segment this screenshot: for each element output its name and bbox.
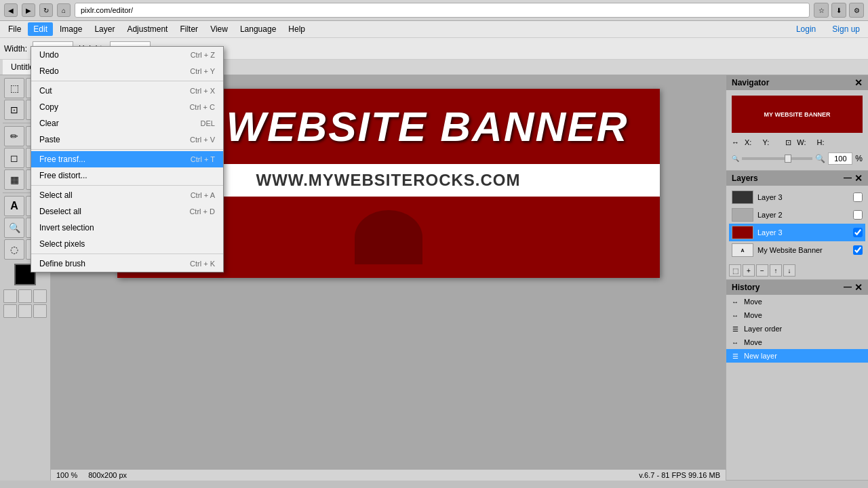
version-info: v.6.7 - 81 FPS 99.16 MB [639,471,720,479]
back-button[interactable]: ◀ [4,3,18,17]
copy-label: Copy [39,102,58,112]
refresh-button[interactable]: ↻ [39,3,53,17]
menu-select-all[interactable]: Select all Ctrl + A [31,187,223,203]
bookmark-button[interactable]: ☆ [814,3,829,18]
select-tool[interactable]: ⬚ [4,78,24,98]
crop-tool[interactable]: ⊡ [4,100,24,120]
menu-define-brush[interactable]: Define brush Ctrl + K [31,256,223,272]
extra-btn-3[interactable] [33,289,47,303]
layer-visibility-3-active[interactable] [853,228,863,237]
layer-item-layer2[interactable]: Layer 2 [729,206,865,224]
login-link[interactable]: Login [791,22,821,36]
history-label-layer-order: Layer order [744,325,782,333]
layer-action-4[interactable]: ↑ [770,264,782,277]
menu-cut[interactable]: Cut Ctrl + X [31,83,223,99]
layer-action-3[interactable]: − [756,264,768,277]
layers-minimize-button[interactable]: — [844,173,852,184]
menu-invert-selection[interactable]: Invert selection [31,220,223,236]
menu-file[interactable]: File [3,22,26,36]
browser-chrome: ◀ ▶ ↻ ⌂ pixlr.com/editor/ ☆ ⬇ ⚙ [0,0,868,21]
extra-btn-6[interactable] [33,304,47,318]
free-distort-label: Free distort... [39,171,87,180]
menu-copy[interactable]: Copy Ctrl + C [31,99,223,115]
text-tool[interactable]: A [4,196,24,216]
menu-view[interactable]: View [205,22,233,36]
auth-links: Login Sign up [791,22,865,36]
eraser-tool[interactable]: ◻ [4,148,24,168]
history-move-icon-3: ↔ [730,338,740,347]
layer-visibility-banner[interactable] [853,245,863,255]
pencil-tool[interactable]: ✏ [4,126,24,146]
menu-redo[interactable]: Redo Ctrl + Y [31,63,223,79]
menu-filter[interactable]: Filter [174,22,203,36]
extra-btn-5[interactable] [18,304,32,318]
extra-btn-2[interactable] [18,289,32,303]
menu-layer[interactable]: Layer [89,22,120,36]
history-item-layer-order[interactable]: ☰ Layer order [726,322,868,336]
tool-extras [3,289,47,318]
separator-4 [31,253,223,254]
menu-paste[interactable]: Paste Ctrl + V [31,131,223,148]
menu-free-distort[interactable]: Free distort... [31,167,223,184]
define-brush-shortcut: Ctrl + K [190,260,215,268]
forward-button[interactable]: ▶ [22,3,35,17]
history-label-new-layer: New layer [744,352,777,360]
extra-btn-1[interactable] [3,289,17,303]
history-layer-order-icon: ☰ [730,324,740,333]
menu-language[interactable]: Language [235,22,281,36]
layer-visibility-3[interactable] [853,192,863,202]
history-title: History [732,283,760,292]
layer-name-banner: My Website Banner [757,246,849,254]
redo-shortcut: Ctrl + Y [190,67,215,75]
home-button[interactable]: ⌂ [57,3,71,17]
blur-tool[interactable]: ◌ [4,239,24,260]
zoom-thumb[interactable] [785,155,791,163]
extra-btn-4[interactable] [3,304,17,318]
history-header: History — ✕ [726,280,868,295]
menu-help[interactable]: Help [283,22,311,36]
history-item-move2[interactable]: ↔ Move [726,308,868,322]
edit-dropdown-menu: Undo Ctrl + Z Redo Ctrl + Y Cut Ctrl + X… [31,46,224,272]
cut-shortcut: Ctrl + X [190,87,215,95]
layer-thumb-banner: A [732,243,753,257]
separator-2 [31,149,223,150]
history-item-move3[interactable]: ↔ Move [726,336,868,349]
layer-action-5[interactable]: ↓ [783,264,795,277]
paste-shortcut: Ctrl + V [190,136,215,144]
menu-deselect-all[interactable]: Deselect all Ctrl + D [31,203,223,220]
layer-item-banner[interactable]: A My Website Banner [729,241,865,259]
zoom-slider[interactable] [742,157,812,160]
history-close-button[interactable]: ✕ [854,282,863,293]
extensions-button[interactable]: ⚙ [849,3,864,18]
history-item-new-layer[interactable]: ☰ New layer [726,349,868,363]
address-bar[interactable]: pixlr.com/editor/ [75,3,810,18]
history-minimize-button[interactable]: — [844,282,852,293]
menu-adjustment[interactable]: Adjustment [121,22,173,36]
history-panel: History — ✕ ↔ Move ↔ Move [726,280,868,481]
layer-name-2: Layer 2 [757,211,849,219]
navigator-zoom-bar: 🔍 🔍 % [729,150,865,167]
menu-edit[interactable]: Edit [28,22,53,36]
w-label: W: [797,138,806,147]
menu-free-transform[interactable]: Free transf... Ctrl + T [31,151,223,167]
h-label: H: [816,138,824,147]
menu-clear[interactable]: Clear DEL [31,115,223,131]
zoom-tool[interactable]: 🔍 [4,218,24,238]
layer-action-1[interactable]: ⬚ [729,264,741,277]
signup-link[interactable]: Sign up [827,22,865,36]
zoom-input[interactable] [828,152,852,165]
layer-item-layer3-active[interactable]: Layer 3 [729,224,865,241]
download-button[interactable]: ⬇ [831,3,846,18]
menu-undo[interactable]: Undo Ctrl + Z [31,47,223,63]
copy-shortcut: Ctrl + C [189,103,215,111]
layer-item-layer3-top[interactable]: Layer 3 [729,188,865,206]
navigator-close-button[interactable]: ✕ [854,77,863,88]
cartoon-image [355,210,422,264]
menu-select-pixels[interactable]: Select pixels [31,236,223,252]
gradient-tool[interactable]: ▦ [4,169,24,190]
history-item-move1[interactable]: ↔ Move [726,295,868,308]
menu-image[interactable]: Image [54,22,87,36]
layer-visibility-2[interactable] [853,210,863,220]
layer-action-2[interactable]: + [743,264,755,277]
layers-close-button[interactable]: ✕ [854,173,863,184]
